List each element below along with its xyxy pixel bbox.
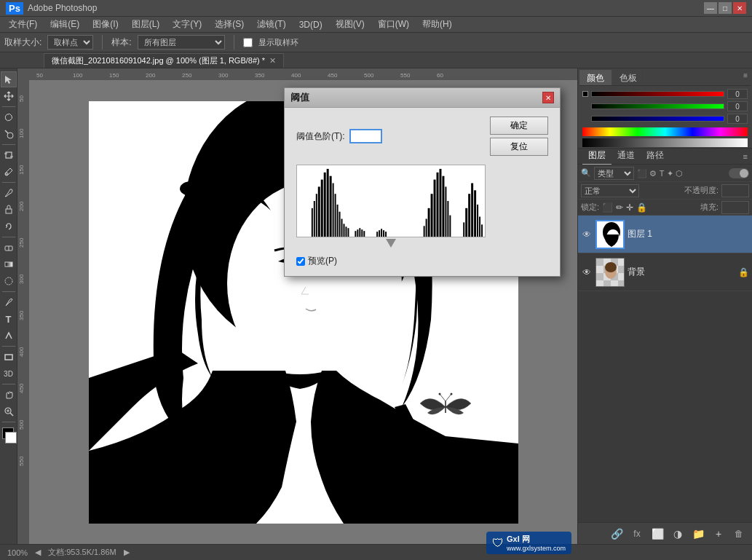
tab-swatch[interactable]: 色板	[612, 70, 645, 85]
color-gray-bar[interactable]	[582, 138, 748, 147]
filter-icon-2[interactable]: ⚙	[649, 169, 657, 178]
r-slider[interactable]	[591, 91, 724, 97]
filter-toggle[interactable]	[729, 168, 749, 178]
layer-item-1[interactable]: 👁 图层 1	[578, 216, 752, 253]
tool-crop[interactable]	[1, 147, 17, 163]
tool-gradient[interactable]	[1, 256, 17, 272]
new-layer-btn[interactable]: +	[711, 527, 726, 541]
tool-path-select[interactable]	[1, 328, 17, 344]
lock-all[interactable]: 🔒	[636, 202, 647, 213]
sample-select[interactable]: 所有图层	[138, 35, 225, 50]
threshold-triangle-marker[interactable]	[386, 239, 396, 248]
b-slider[interactable]	[591, 116, 724, 122]
tool-brush[interactable]	[1, 185, 17, 201]
delete-layer-btn[interactable]: 🗑	[732, 527, 746, 541]
menu-view[interactable]: 视图(V)	[330, 17, 371, 32]
nav-back-icon[interactable]: ◀	[35, 548, 41, 557]
menu-image[interactable]: 图像(I)	[87, 17, 124, 32]
svg-point-49	[438, 393, 440, 395]
lock-transform[interactable]: ✛	[626, 202, 633, 213]
menu-file[interactable]: 文件(F)	[3, 17, 43, 32]
menu-layer[interactable]: 图层(L)	[126, 17, 166, 32]
tab-layers[interactable]: 图层	[582, 147, 612, 165]
tool-blur[interactable]	[1, 273, 17, 289]
tab-paths[interactable]: 路径	[641, 147, 670, 165]
layer-bg-visibility[interactable]: 👁	[581, 267, 593, 278]
svg-text:50: 50	[18, 95, 25, 102]
opacity-value[interactable]: 100%	[721, 184, 749, 197]
menu-help[interactable]: 帮助(H)	[416, 17, 458, 32]
layer-style-btn[interactable]: fx	[630, 527, 644, 541]
tab-channels[interactable]: 通道	[612, 147, 641, 165]
tool-history-brush[interactable]	[1, 218, 17, 234]
close-tab-icon[interactable]: ✕	[269, 56, 276, 66]
filter-icon-1[interactable]: ⬛	[637, 169, 647, 178]
menu-text[interactable]: 文字(Y)	[167, 17, 207, 32]
tool-eraser[interactable]	[1, 240, 17, 256]
tool-lasso[interactable]	[1, 109, 17, 125]
tool-eyedropper[interactable]	[1, 164, 17, 180]
layer-mask-btn[interactable]: ⬜	[650, 527, 665, 541]
document-tab[interactable]: 微信截图_20210816091042.jpg @ 100% (图层 1, RG…	[44, 53, 284, 68]
threshold-reset-btn[interactable]: 复位	[490, 138, 548, 156]
minimize-button[interactable]: —	[704, 2, 717, 14]
link-layers-btn[interactable]: 🔗	[609, 527, 624, 541]
layer-filter-select[interactable]: 类型	[594, 167, 634, 180]
tool-3d[interactable]: 3D	[1, 366, 17, 382]
fg-color-swatch[interactable]	[582, 91, 588, 97]
filter-icon-3[interactable]: T	[660, 169, 665, 178]
filter-icon-4[interactable]: ✦	[667, 169, 673, 178]
menu-filter[interactable]: 滤镜(T)	[251, 17, 291, 32]
background-color[interactable]	[5, 432, 17, 443]
fill-value[interactable]: 100%	[721, 201, 749, 214]
tool-select[interactable]	[1, 71, 17, 87]
tool-magic-wand[interactable]	[1, 126, 17, 142]
tool-zoom[interactable]	[1, 403, 17, 419]
doc-size: 文档:953.5K/1.86M	[48, 547, 116, 558]
group-layers-btn[interactable]: 📁	[691, 527, 705, 541]
tool-rectangle[interactable]	[1, 349, 17, 365]
color-spectrum[interactable]	[582, 127, 748, 136]
g-value[interactable]	[727, 101, 748, 111]
svg-text:400: 400	[18, 347, 25, 357]
nav-forward-icon[interactable]: ▶	[124, 548, 130, 557]
b-value[interactable]	[727, 114, 748, 124]
svg-rect-70	[316, 194, 317, 237]
svg-rect-10	[5, 262, 12, 267]
svg-rect-112	[481, 224, 483, 237]
tab-color[interactable]: 颜色	[579, 70, 612, 85]
sample-size-select[interactable]: 取样点	[47, 35, 93, 50]
svg-text:400: 400	[291, 72, 301, 79]
preview-checkbox[interactable]	[296, 257, 305, 266]
layers-panel-menu[interactable]: ≡	[743, 152, 748, 161]
g-slider[interactable]	[591, 103, 724, 109]
tool-move[interactable]	[1, 88, 17, 104]
threshold-close-btn[interactable]: ✕	[542, 92, 554, 103]
panel-menu-icon[interactable]: ≡	[740, 70, 751, 85]
menu-edit[interactable]: 编辑(E)	[44, 17, 85, 32]
threshold-level-label: 阈值色阶(T):	[296, 130, 345, 143]
filter-icon-5[interactable]: ⬡	[676, 169, 683, 178]
layer-item-background[interactable]: 👁	[578, 253, 752, 291]
threshold-confirm-btn[interactable]: 确定	[490, 117, 548, 135]
lock-brush[interactable]: ✏	[616, 202, 623, 213]
tool-stamp[interactable]	[1, 202, 17, 218]
threshold-value-input[interactable]: 123	[349, 129, 382, 143]
maximize-button[interactable]: □	[719, 2, 732, 14]
adjustment-layer-btn[interactable]: ◑	[670, 527, 685, 541]
show-ring-checkbox[interactable]	[243, 38, 253, 47]
r-value[interactable]	[727, 89, 748, 99]
tool-hand[interactable]	[1, 387, 17, 403]
lock-checkerboard[interactable]: ⬛	[602, 202, 613, 213]
close-button[interactable]: ✕	[733, 2, 746, 14]
menu-3d[interactable]: 3D(D)	[293, 18, 328, 31]
layer-1-visibility[interactable]: 👁	[581, 229, 593, 240]
menu-select[interactable]: 选择(S)	[209, 17, 250, 32]
title-bar: Ps Adobe Photoshop — □ ✕	[0, 0, 752, 16]
tool-pen[interactable]	[1, 294, 17, 310]
menu-window[interactable]: 窗口(W)	[372, 17, 415, 32]
svg-rect-104	[449, 216, 451, 237]
svg-text:250: 250	[182, 72, 192, 79]
tool-type[interactable]: T	[1, 311, 17, 327]
blend-mode-select[interactable]: 正常	[581, 184, 639, 197]
